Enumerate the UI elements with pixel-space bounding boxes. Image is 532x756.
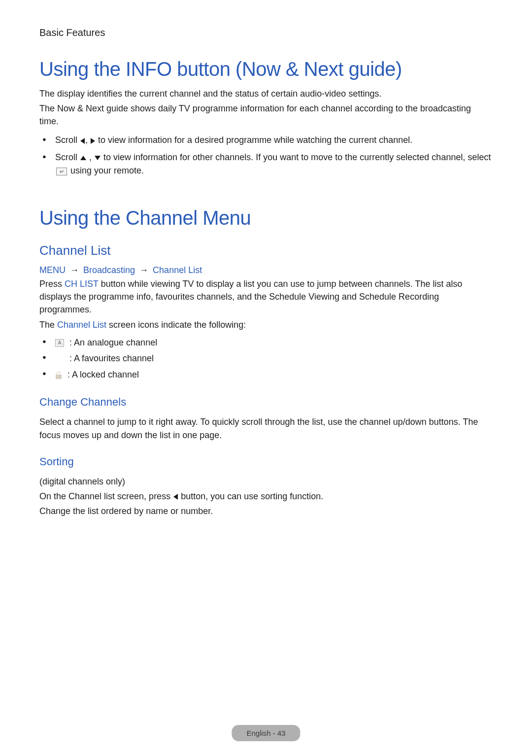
legend-analogue-text: : An analogue channel <box>67 338 157 347</box>
section-label: Basic Features <box>39 27 493 38</box>
legend-favourites-text: : A favourites channel <box>67 353 154 363</box>
intro-line-1: The display identifies the current chann… <box>39 87 493 100</box>
text-mid: , <box>87 152 94 162</box>
arrow-up-icon <box>80 156 86 160</box>
legend-favourites: : A favourites channel <box>39 351 493 366</box>
sorting-line-2: On the Channel list screen, press button… <box>39 490 493 503</box>
text-post: to view information for other channels. … <box>101 152 491 162</box>
channel-list-description: Press CH LIST button while viewing TV to… <box>39 277 493 316</box>
nav-menu: MENU <box>39 265 66 275</box>
scroll-list: Scroll , to view information for a desir… <box>39 134 493 177</box>
nav-channel-list: Channel List <box>153 265 202 275</box>
text-pre: Scroll <box>55 135 80 145</box>
arrow-right-icon <box>91 138 95 144</box>
text-post: to view information for a desired progra… <box>96 135 412 145</box>
icons-intro: The Channel List screen icons indicate t… <box>39 318 493 331</box>
change-channels-body: Select a channel to jump to it right awa… <box>39 415 493 441</box>
page-footer: English - 43 <box>232 725 300 741</box>
text-pre: Scroll <box>55 152 80 162</box>
legend-locked: : A locked channel <box>39 367 493 382</box>
subheading-sorting: Sorting <box>39 455 493 468</box>
sorting-line-3: Change the list ordered by name or numbe… <box>39 505 493 517</box>
text-pre: Press <box>39 279 65 289</box>
arrow-left-icon <box>173 494 178 500</box>
legend-locked-text: : A locked channel <box>65 370 139 379</box>
heading-channel-menu: Using the Channel Menu <box>39 207 493 229</box>
text-tail: using your remote. <box>68 166 144 175</box>
nav-path: MENU → Broadcasting → Channel List <box>39 265 493 275</box>
favourite-icon <box>55 355 64 363</box>
arrow-separator: → <box>67 265 81 275</box>
ch-list-label: CH LIST <box>65 279 99 289</box>
arrow-down-icon <box>95 156 100 160</box>
scroll-item-horizontal: Scroll , to view information for a desir… <box>39 134 493 147</box>
arrow-separator: → <box>137 265 151 275</box>
text-mid: , <box>85 135 90 145</box>
channel-list-inline: Channel List <box>57 320 106 330</box>
subheading-change-channels: Change Channels <box>39 396 493 409</box>
intro-line-2: The Now & Next guide shows daily TV prog… <box>39 102 493 128</box>
text-pre: On the Channel list screen, press <box>39 491 173 501</box>
enter-key-icon <box>56 168 67 175</box>
text-post: button while viewing TV to display a lis… <box>39 279 462 314</box>
arrow-left-icon <box>80 138 85 144</box>
sorting-line-1: (digital channels only) <box>39 475 493 488</box>
subheading-channel-list: Channel List <box>39 243 493 258</box>
heading-info-button: Using the INFO button (Now & Next guide) <box>39 58 493 80</box>
text-post: screen icons indicate the following: <box>106 320 246 330</box>
text-pre: The <box>39 320 57 330</box>
scroll-item-vertical: Scroll , to view information for other c… <box>39 151 493 177</box>
text-post: button, you can use sorting function. <box>178 491 323 501</box>
analogue-icon: A <box>55 339 64 347</box>
nav-broadcasting: Broadcasting <box>83 265 135 275</box>
icon-legend-list: A : An analogue channel : A favourites c… <box>39 335 493 382</box>
lock-icon <box>55 371 62 379</box>
legend-analogue: A : An analogue channel <box>39 335 493 350</box>
